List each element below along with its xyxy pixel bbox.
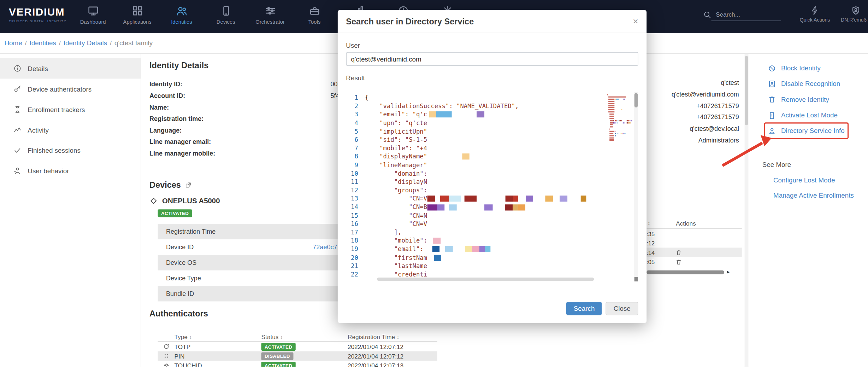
- search-icon[interactable]: [703, 11, 711, 19]
- nav-item-identities[interactable]: Identities: [159, 0, 203, 33]
- info-icon: [13, 64, 22, 73]
- sidebar-item-label: Device authenticators: [28, 85, 91, 93]
- nav-item-tools[interactable]: Tools: [292, 0, 336, 33]
- scrollbar-thumb[interactable]: [745, 56, 748, 125]
- authenticator-row: TOTPACTIVATED2022/01/04 12:07:12: [158, 342, 437, 351]
- redaction-box: [433, 238, 441, 244]
- redaction-box: [434, 255, 441, 261]
- user-menu[interactable]: DN.R'emuß d: [837, 6, 868, 23]
- authenticator-type: TOTP: [175, 343, 261, 350]
- status-badge: DISABLED: [261, 352, 294, 360]
- breadcrumb-link[interactable]: Identities: [30, 39, 56, 47]
- editor-line: 10 "domain":: [346, 169, 638, 178]
- nav-item-orchestrator[interactable]: Orchestrator: [248, 0, 292, 33]
- touchid-icon: [163, 362, 170, 367]
- horizontal-scrollbar[interactable]: ▸: [646, 270, 742, 275]
- breadcrumb-link[interactable]: Identity Details: [64, 39, 107, 47]
- redaction-box: [505, 196, 513, 202]
- sidebar-item-enrollment-trackers[interactable]: Enrollment trackers: [0, 99, 141, 120]
- scrollbar-thumb[interactable]: [634, 93, 638, 107]
- nav-item-devices[interactable]: Devices: [204, 0, 248, 33]
- breadcrumb-link[interactable]: Home: [5, 39, 22, 47]
- redaction-box: [449, 196, 461, 202]
- line-number: 21: [346, 262, 365, 270]
- screen: VERIDIUM TRUSTED DIGITAL IDENTITY Dashbo…: [0, 0, 868, 367]
- sidebar-item-label: User behavior: [28, 167, 69, 175]
- editor-vscrollbar[interactable]: [634, 92, 638, 281]
- action-disable-recognition[interactable]: Disable Recognition: [762, 76, 868, 92]
- editor-line: 16 "CN=V: [346, 220, 638, 228]
- close-icon[interactable]: ×: [633, 17, 638, 26]
- background-table-header: ↕Actions: [646, 219, 742, 229]
- sidebar-item-activity[interactable]: Activity: [0, 120, 141, 140]
- close-button[interactable]: Close: [606, 302, 638, 315]
- action-activate-lost-mode[interactable]: Activate Lost Mode: [762, 107, 868, 123]
- sidebar-item-finished-sessions[interactable]: Finished sessions: [0, 140, 141, 161]
- directory-user-icon: [768, 127, 776, 135]
- editor-line: 15 "CN=N: [346, 211, 638, 220]
- delete-button[interactable]: [675, 249, 682, 256]
- external-link-icon[interactable]: [185, 181, 191, 188]
- field-label: Line manager mobile:: [149, 150, 215, 157]
- user-input[interactable]: [346, 52, 638, 66]
- sidebar-item-label: Enrollment trackers: [28, 106, 85, 113]
- column-header[interactable]: Type ↕: [175, 333, 261, 340]
- nav-item-label: Dashboard: [80, 19, 106, 25]
- main-scrollbar[interactable]: [745, 54, 749, 367]
- identity-field-row: Registration time:: [149, 113, 215, 125]
- editor-minimap[interactable]: [607, 94, 632, 141]
- redaction-box: [465, 246, 472, 252]
- redaction-box: [526, 196, 533, 202]
- action-remove-identity[interactable]: Remove Identity: [762, 92, 868, 107]
- navbar-search: [703, 9, 781, 21]
- field-label: Registration time:: [149, 116, 203, 122]
- column-header[interactable]: Status ↕: [261, 333, 348, 340]
- editor-hscrollbar[interactable]: [371, 278, 629, 281]
- redaction-box: [449, 204, 456, 210]
- dashboard-icon: [87, 5, 99, 17]
- sidebar-item-details[interactable]: Details: [0, 58, 141, 79]
- sidebar: DetailsDevice authenticatorsEnrollment t…: [0, 54, 141, 367]
- action-directory-service-info[interactable]: Directory Service Info: [762, 123, 868, 139]
- editor-line: 18 "mobile":: [346, 237, 638, 245]
- pager-arrow[interactable]: ▸: [727, 269, 730, 275]
- sidebar-item-user-behavior[interactable]: User behavior: [0, 161, 141, 181]
- link-configure-lost-mode[interactable]: Configure Lost Mode: [762, 176, 868, 184]
- breadcrumb-current: q'ctest family: [114, 39, 153, 47]
- device-row-value[interactable]: 72ae0c7: [313, 244, 337, 250]
- nav-item-label: Orchestrator: [255, 19, 285, 25]
- action-block-identity[interactable]: Block Identity: [762, 60, 868, 76]
- sort-icon[interactable]: ↕: [648, 221, 650, 226]
- nav-item-label: Tools: [308, 19, 321, 25]
- search-input[interactable]: [711, 9, 781, 21]
- trash-icon: [768, 95, 776, 104]
- nav-item-applications[interactable]: Applications: [115, 0, 159, 33]
- delete-button[interactable]: [675, 258, 682, 265]
- nav-item-dashboard[interactable]: Dashboard: [71, 0, 115, 33]
- result-editor[interactable]: 1{2 "validationSuccess": "NAME_VALIDATED…: [346, 92, 638, 281]
- identity-value: q'ctest: [672, 77, 739, 89]
- check-icon: [13, 146, 22, 155]
- sidebar-item-device-authenticators[interactable]: Device authenticators: [0, 79, 141, 99]
- sort-icon: ↕: [189, 334, 192, 340]
- editor-line: 13 "CN=V: [346, 194, 638, 203]
- editor-line: 17 ],: [346, 228, 638, 237]
- search-button[interactable]: Search: [566, 302, 602, 315]
- editor-line: 3 "email": "q'c: [346, 110, 638, 119]
- link-manage-active-enrollments[interactable]: Manage Active Enrollments: [762, 192, 868, 200]
- redaction-box: [513, 196, 518, 202]
- editor-lines: 1{2 "validationSuccess": "NAME_VALIDATED…: [346, 92, 638, 279]
- identity-field-row: Language:: [149, 125, 215, 136]
- redaction-box: [427, 196, 435, 202]
- redaction-box: [560, 196, 567, 202]
- line-number: 17: [346, 228, 365, 237]
- identity-values: q'ctestq'ctest@veridiumid.com+4072617157…: [672, 77, 739, 146]
- time-partial: :12: [646, 240, 657, 246]
- identity-fields: Identity ID:00aAccount ID:5f4fName:Regis…: [149, 79, 215, 159]
- quick-actions-button[interactable]: Quick Actions: [796, 6, 834, 23]
- column-header[interactable]: Registration Time ↕: [348, 333, 437, 340]
- authenticators-title: Authenticators: [149, 309, 208, 318]
- scrollbar-thumb[interactable]: [377, 278, 594, 281]
- scrollbar-thumb[interactable]: [646, 270, 724, 274]
- veridium-logo[interactable]: VERIDIUM TRUSTED DIGITAL IDENTITY: [9, 6, 66, 23]
